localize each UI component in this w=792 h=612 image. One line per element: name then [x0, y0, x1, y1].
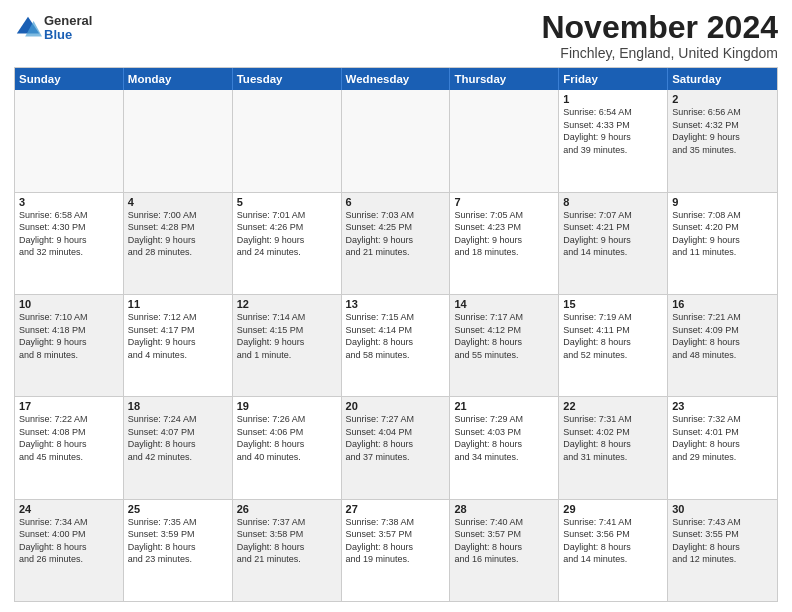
- cal-cell: 7Sunrise: 7:05 AM Sunset: 4:23 PM Daylig…: [450, 193, 559, 294]
- day-info: Sunrise: 7:34 AM Sunset: 4:00 PM Dayligh…: [19, 516, 119, 566]
- week-row-2: 3Sunrise: 6:58 AM Sunset: 4:30 PM Daylig…: [15, 193, 777, 295]
- cal-cell: 9Sunrise: 7:08 AM Sunset: 4:20 PM Daylig…: [668, 193, 777, 294]
- logo-blue: Blue: [44, 28, 92, 42]
- cal-cell: 14Sunrise: 7:17 AM Sunset: 4:12 PM Dayli…: [450, 295, 559, 396]
- day-number: 1: [563, 93, 663, 105]
- week-row-1: 1Sunrise: 6:54 AM Sunset: 4:33 PM Daylig…: [15, 90, 777, 192]
- day-info: Sunrise: 7:27 AM Sunset: 4:04 PM Dayligh…: [346, 413, 446, 463]
- cal-cell: 21Sunrise: 7:29 AM Sunset: 4:03 PM Dayli…: [450, 397, 559, 498]
- day-info: Sunrise: 7:26 AM Sunset: 4:06 PM Dayligh…: [237, 413, 337, 463]
- cal-cell: [233, 90, 342, 191]
- cal-cell: 28Sunrise: 7:40 AM Sunset: 3:57 PM Dayli…: [450, 500, 559, 601]
- cal-cell: 15Sunrise: 7:19 AM Sunset: 4:11 PM Dayli…: [559, 295, 668, 396]
- cal-cell: 5Sunrise: 7:01 AM Sunset: 4:26 PM Daylig…: [233, 193, 342, 294]
- header: General Blue November 2024 Finchley, Eng…: [14, 10, 778, 61]
- cal-cell: 10Sunrise: 7:10 AM Sunset: 4:18 PM Dayli…: [15, 295, 124, 396]
- day-number: 17: [19, 400, 119, 412]
- cal-cell: 8Sunrise: 7:07 AM Sunset: 4:21 PM Daylig…: [559, 193, 668, 294]
- day-info: Sunrise: 7:01 AM Sunset: 4:26 PM Dayligh…: [237, 209, 337, 259]
- week-row-3: 10Sunrise: 7:10 AM Sunset: 4:18 PM Dayli…: [15, 295, 777, 397]
- day-info: Sunrise: 7:12 AM Sunset: 4:17 PM Dayligh…: [128, 311, 228, 361]
- cal-cell: 30Sunrise: 7:43 AM Sunset: 3:55 PM Dayli…: [668, 500, 777, 601]
- day-info: Sunrise: 6:54 AM Sunset: 4:33 PM Dayligh…: [563, 106, 663, 156]
- cal-cell: 23Sunrise: 7:32 AM Sunset: 4:01 PM Dayli…: [668, 397, 777, 498]
- day-info: Sunrise: 7:24 AM Sunset: 4:07 PM Dayligh…: [128, 413, 228, 463]
- cal-cell: [15, 90, 124, 191]
- day-number: 8: [563, 196, 663, 208]
- location: Finchley, England, United Kingdom: [541, 45, 778, 61]
- calendar-header: SundayMondayTuesdayWednesdayThursdayFrid…: [15, 68, 777, 90]
- header-day-wednesday: Wednesday: [342, 68, 451, 90]
- day-info: Sunrise: 6:58 AM Sunset: 4:30 PM Dayligh…: [19, 209, 119, 259]
- day-info: Sunrise: 7:10 AM Sunset: 4:18 PM Dayligh…: [19, 311, 119, 361]
- cal-cell: 6Sunrise: 7:03 AM Sunset: 4:25 PM Daylig…: [342, 193, 451, 294]
- calendar: SundayMondayTuesdayWednesdayThursdayFrid…: [14, 67, 778, 602]
- logo: General Blue: [14, 14, 92, 43]
- logo-icon: [14, 14, 42, 42]
- day-number: 2: [672, 93, 773, 105]
- day-info: Sunrise: 7:35 AM Sunset: 3:59 PM Dayligh…: [128, 516, 228, 566]
- day-number: 15: [563, 298, 663, 310]
- day-number: 14: [454, 298, 554, 310]
- day-number: 16: [672, 298, 773, 310]
- day-info: Sunrise: 7:15 AM Sunset: 4:14 PM Dayligh…: [346, 311, 446, 361]
- day-info: Sunrise: 6:56 AM Sunset: 4:32 PM Dayligh…: [672, 106, 773, 156]
- cal-cell: 25Sunrise: 7:35 AM Sunset: 3:59 PM Dayli…: [124, 500, 233, 601]
- day-number: 6: [346, 196, 446, 208]
- day-info: Sunrise: 7:21 AM Sunset: 4:09 PM Dayligh…: [672, 311, 773, 361]
- day-number: 7: [454, 196, 554, 208]
- day-number: 25: [128, 503, 228, 515]
- header-day-thursday: Thursday: [450, 68, 559, 90]
- cal-cell: 4Sunrise: 7:00 AM Sunset: 4:28 PM Daylig…: [124, 193, 233, 294]
- cal-cell: 12Sunrise: 7:14 AM Sunset: 4:15 PM Dayli…: [233, 295, 342, 396]
- logo-text: General Blue: [44, 14, 92, 43]
- day-number: 30: [672, 503, 773, 515]
- day-number: 11: [128, 298, 228, 310]
- month-title: November 2024: [541, 10, 778, 45]
- day-info: Sunrise: 7:14 AM Sunset: 4:15 PM Dayligh…: [237, 311, 337, 361]
- day-number: 3: [19, 196, 119, 208]
- cal-cell: [124, 90, 233, 191]
- day-number: 4: [128, 196, 228, 208]
- cal-cell: 18Sunrise: 7:24 AM Sunset: 4:07 PM Dayli…: [124, 397, 233, 498]
- cal-cell: 19Sunrise: 7:26 AM Sunset: 4:06 PM Dayli…: [233, 397, 342, 498]
- cal-cell: 29Sunrise: 7:41 AM Sunset: 3:56 PM Dayli…: [559, 500, 668, 601]
- day-info: Sunrise: 7:43 AM Sunset: 3:55 PM Dayligh…: [672, 516, 773, 566]
- calendar-body: 1Sunrise: 6:54 AM Sunset: 4:33 PM Daylig…: [15, 90, 777, 601]
- day-info: Sunrise: 7:41 AM Sunset: 3:56 PM Dayligh…: [563, 516, 663, 566]
- day-number: 13: [346, 298, 446, 310]
- day-info: Sunrise: 7:31 AM Sunset: 4:02 PM Dayligh…: [563, 413, 663, 463]
- day-info: Sunrise: 7:38 AM Sunset: 3:57 PM Dayligh…: [346, 516, 446, 566]
- header-day-saturday: Saturday: [668, 68, 777, 90]
- cal-cell: 20Sunrise: 7:27 AM Sunset: 4:04 PM Dayli…: [342, 397, 451, 498]
- header-day-monday: Monday: [124, 68, 233, 90]
- day-info: Sunrise: 7:08 AM Sunset: 4:20 PM Dayligh…: [672, 209, 773, 259]
- day-info: Sunrise: 7:22 AM Sunset: 4:08 PM Dayligh…: [19, 413, 119, 463]
- day-number: 26: [237, 503, 337, 515]
- day-number: 20: [346, 400, 446, 412]
- day-number: 10: [19, 298, 119, 310]
- day-number: 27: [346, 503, 446, 515]
- cal-cell: 22Sunrise: 7:31 AM Sunset: 4:02 PM Dayli…: [559, 397, 668, 498]
- header-day-friday: Friday: [559, 68, 668, 90]
- cal-cell: 16Sunrise: 7:21 AM Sunset: 4:09 PM Dayli…: [668, 295, 777, 396]
- day-info: Sunrise: 7:40 AM Sunset: 3:57 PM Dayligh…: [454, 516, 554, 566]
- cal-cell: 1Sunrise: 6:54 AM Sunset: 4:33 PM Daylig…: [559, 90, 668, 191]
- cal-cell: 13Sunrise: 7:15 AM Sunset: 4:14 PM Dayli…: [342, 295, 451, 396]
- day-info: Sunrise: 7:17 AM Sunset: 4:12 PM Dayligh…: [454, 311, 554, 361]
- cal-cell: 27Sunrise: 7:38 AM Sunset: 3:57 PM Dayli…: [342, 500, 451, 601]
- cal-cell: 24Sunrise: 7:34 AM Sunset: 4:00 PM Dayli…: [15, 500, 124, 601]
- day-number: 18: [128, 400, 228, 412]
- cal-cell: 11Sunrise: 7:12 AM Sunset: 4:17 PM Dayli…: [124, 295, 233, 396]
- header-day-sunday: Sunday: [15, 68, 124, 90]
- day-info: Sunrise: 7:05 AM Sunset: 4:23 PM Dayligh…: [454, 209, 554, 259]
- day-number: 9: [672, 196, 773, 208]
- day-number: 23: [672, 400, 773, 412]
- day-number: 24: [19, 503, 119, 515]
- header-day-tuesday: Tuesday: [233, 68, 342, 90]
- day-info: Sunrise: 7:32 AM Sunset: 4:01 PM Dayligh…: [672, 413, 773, 463]
- cal-cell: [450, 90, 559, 191]
- cal-cell: 26Sunrise: 7:37 AM Sunset: 3:58 PM Dayli…: [233, 500, 342, 601]
- cal-cell: 2Sunrise: 6:56 AM Sunset: 4:32 PM Daylig…: [668, 90, 777, 191]
- day-number: 22: [563, 400, 663, 412]
